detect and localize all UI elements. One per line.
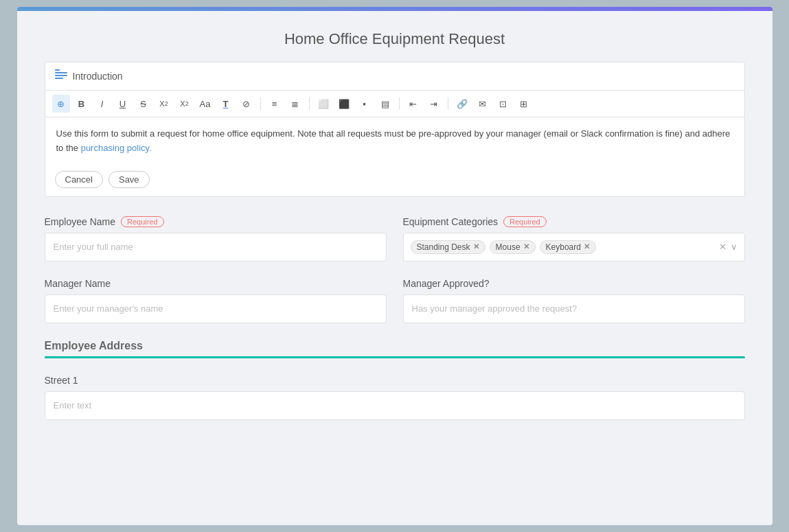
toolbar-clearformat-btn[interactable]: ⊘ <box>238 95 255 113</box>
content-area: Introduction ⊕ B I U S X2 X2 Aa T ⊘ ≡ ≣ … <box>17 62 773 441</box>
tag-standing-desk-remove[interactable]: ✕ <box>473 242 479 251</box>
toolbar-table-btn[interactable]: ⊞ <box>515 95 533 113</box>
toolbar-link-btn[interactable]: 🔗 <box>453 95 471 113</box>
equipment-tags-container[interactable]: Standing Desk ✕ Mouse ✕ Keyboard ✕ ✕ ∨ <box>403 233 745 262</box>
street1-label: Street 1 <box>45 375 745 386</box>
tag-mouse[interactable]: Mouse ✕ <box>490 240 536 254</box>
tags-dropdown-icon[interactable]: ∨ <box>731 242 737 252</box>
manager-approved-input[interactable] <box>403 294 745 323</box>
intro-header: Introduction <box>45 62 744 91</box>
manager-approved-label-text: Manager Approved? <box>403 278 490 289</box>
toolbar-justify-btn[interactable]: ▤ <box>376 95 394 113</box>
equipment-categories-required: Required <box>503 216 547 227</box>
toolbar-sep-4 <box>448 97 448 110</box>
street1-field: Street 1 <box>45 375 745 420</box>
toolbar-sep-2 <box>309 97 310 110</box>
tag-standing-desk-label: Standing Desk <box>417 242 470 252</box>
toolbar-subscript-btn[interactable]: X2 <box>176 95 194 113</box>
toolbar-email-btn[interactable]: ✉ <box>474 95 492 113</box>
introduction-section: Introduction ⊕ B I U S X2 X2 Aa T ⊘ ≡ ≣ … <box>45 62 745 197</box>
tags-controls: ✕ ∨ <box>719 242 737 252</box>
manager-name-input[interactable] <box>45 294 387 323</box>
intro-content: Use this form to submit a request for ho… <box>45 117 744 165</box>
editor-toolbar: ⊕ B I U S X2 X2 Aa T ⊘ ≡ ≣ ⬜ ⬛ ▪ ▤ ⇤ <box>45 91 744 117</box>
employee-address-section: Employee Address <box>45 340 745 352</box>
employee-name-label: Employee Name Required <box>45 216 387 227</box>
tag-mouse-label: Mouse <box>496 242 521 252</box>
toolbar-sep-1 <box>260 97 261 110</box>
toolbar-aligncenter-btn[interactable]: ⬛ <box>335 95 353 113</box>
form-row-2: Manager Name Manager Approved? <box>45 278 745 323</box>
toolbar-plugin-btn[interactable]: ⊕ <box>52 95 70 113</box>
employee-address-title: Employee Address <box>45 340 745 352</box>
intro-body-text: Use this form to submit a request for ho… <box>56 128 731 153</box>
toolbar-indent-less-btn[interactable]: ⇤ <box>404 95 422 113</box>
toolbar-fontcolor-btn[interactable]: T <box>217 95 235 113</box>
equipment-categories-field: Equipment Categories Required Standing D… <box>403 216 745 262</box>
employee-name-field: Employee Name Required <box>45 216 387 262</box>
employee-name-required: Required <box>121 216 164 227</box>
toolbar-bold-btn[interactable]: B <box>73 95 91 113</box>
tag-keyboard-label: Keyboard <box>546 242 581 252</box>
manager-name-field: Manager Name <box>45 278 387 323</box>
svg-rect-2 <box>55 75 67 76</box>
section-divider <box>45 356 745 358</box>
employee-name-input[interactable] <box>45 233 387 262</box>
toolbar-italic-btn[interactable]: I <box>93 95 111 113</box>
manager-approved-field: Manager Approved? <box>403 278 745 323</box>
employee-name-label-text: Employee Name <box>45 216 116 227</box>
toolbar-ol-btn[interactable]: ≣ <box>286 95 304 113</box>
tag-keyboard[interactable]: Keyboard ✕ <box>540 240 596 254</box>
page-title: Home Office Equipment Request <box>17 11 773 62</box>
manager-name-label: Manager Name <box>45 278 387 289</box>
toolbar-indent-more-btn[interactable]: ⇥ <box>425 95 443 113</box>
page-container: Home Office Equipment Request Introducti… <box>17 7 773 525</box>
equipment-categories-label: Equipment Categories Required <box>403 216 745 227</box>
svg-rect-1 <box>55 72 67 73</box>
toolbar-superscript-btn[interactable]: X2 <box>155 95 173 113</box>
svg-rect-0 <box>55 69 60 71</box>
street1-input[interactable] <box>45 391 745 420</box>
toolbar-strikethrough-btn[interactable]: S <box>135 95 152 113</box>
tag-mouse-remove[interactable]: ✕ <box>523 242 529 251</box>
intro-header-icon <box>55 69 67 83</box>
save-button[interactable]: Save <box>108 171 150 188</box>
equipment-categories-label-text: Equipment Categories <box>403 216 499 227</box>
tag-keyboard-remove[interactable]: ✕ <box>584 242 590 251</box>
manager-approved-label: Manager Approved? <box>403 278 745 289</box>
toolbar-underline-btn[interactable]: U <box>114 95 132 113</box>
form-row-1: Employee Name Required Equipment Categor… <box>45 216 745 262</box>
toolbar-sep-3 <box>399 97 400 110</box>
svg-rect-3 <box>55 78 63 79</box>
tags-clear-icon[interactable]: ✕ <box>719 242 727 252</box>
toolbar-alignleft-btn[interactable]: ⬜ <box>315 95 332 113</box>
manager-name-label-text: Manager Name <box>45 278 111 289</box>
toolbar-ul-btn[interactable]: ≡ <box>266 95 284 113</box>
toolbar-fontsize-btn[interactable]: Aa <box>196 95 214 113</box>
intro-header-label: Introduction <box>73 71 123 82</box>
toolbar-image-btn[interactable]: ⊡ <box>494 95 512 113</box>
cancel-button[interactable]: Cancel <box>55 171 103 188</box>
toolbar-alignright-btn[interactable]: ▪ <box>356 95 374 113</box>
tag-standing-desk[interactable]: Standing Desk ✕ <box>411 240 485 254</box>
purchasing-policy-link[interactable]: purchasing policy. <box>81 143 152 153</box>
intro-actions: Cancel Save <box>45 165 744 196</box>
